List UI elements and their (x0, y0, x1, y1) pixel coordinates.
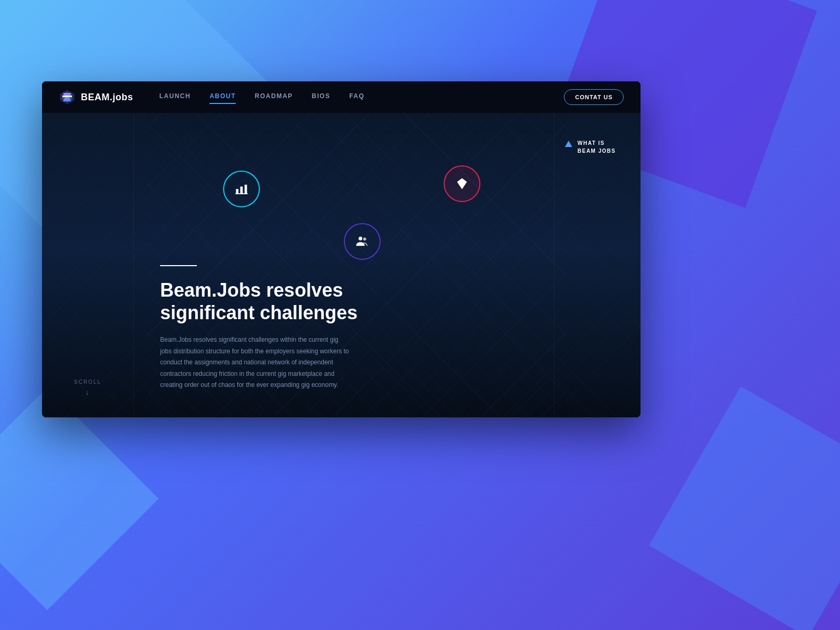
chart-icon (234, 182, 249, 196)
svg-rect-4 (236, 189, 239, 194)
nav-roadmap[interactable]: ROADMAP (255, 92, 293, 102)
nav-links: LAUNCH ABOUT ROADMAP BIOS FAQ (160, 92, 564, 102)
browser-window: BEAM.jobs LAUNCH ABOUT ROADMAP BIOS FAQ … (42, 81, 640, 417)
navbar: BEAM.jobs LAUNCH ABOUT ROADMAP BIOS FAQ … (42, 81, 640, 113)
hero-divider (160, 265, 197, 266)
left-sidebar: SCROLL ↓ (42, 113, 134, 417)
logo-text: BEAM.jobs (81, 92, 133, 103)
nav-launch[interactable]: LAUNCH (160, 92, 191, 102)
hero-text-block: Beam.Jobs resolves significant challenge… (160, 265, 370, 391)
chart-icon-circle[interactable] (223, 171, 260, 207)
nav-about[interactable]: ABOUT (209, 92, 236, 102)
svg-rect-5 (240, 186, 243, 194)
scroll-text: SCROLL (74, 379, 101, 385)
hero-section: Beam.Jobs resolves significant challenge… (134, 113, 554, 417)
svg-point-12 (363, 237, 366, 240)
hero-title: Beam.Jobs resolves significant challenge… (160, 279, 370, 324)
bg-shape-4 (0, 387, 159, 610)
diamond-icon-circle[interactable] (444, 165, 480, 202)
main-content: SCROLL ↓ (42, 113, 640, 417)
triangle-icon (565, 141, 572, 147)
svg-marker-10 (462, 178, 467, 182)
right-sidebar: WHAT IS BEAM JOBS (554, 113, 640, 417)
people-icon-circle[interactable] (344, 223, 381, 260)
bg-shape-3 (649, 386, 840, 630)
svg-rect-7 (235, 193, 247, 194)
nav-bios[interactable]: BIOS (312, 92, 330, 102)
hero-description: Beam.Jobs resolves significant challenge… (160, 334, 349, 391)
nav-faq[interactable]: FAQ (349, 92, 364, 102)
svg-marker-9 (457, 178, 462, 182)
scroll-arrow-icon: ↓ (85, 388, 90, 396)
people-icon (355, 234, 370, 249)
what-is-text: WHAT IS BEAM JOBS (578, 139, 616, 155)
scroll-indicator: SCROLL ↓ (74, 379, 101, 396)
logo[interactable]: BEAM.jobs (59, 89, 133, 106)
logo-icon (59, 89, 76, 106)
what-is-label: WHAT IS BEAM JOBS (565, 139, 616, 155)
svg-rect-6 (245, 185, 247, 194)
svg-point-11 (359, 237, 362, 240)
contact-button[interactable]: CONTAT US (564, 89, 624, 105)
svg-rect-3 (62, 96, 72, 97)
diamond-icon (455, 176, 469, 191)
